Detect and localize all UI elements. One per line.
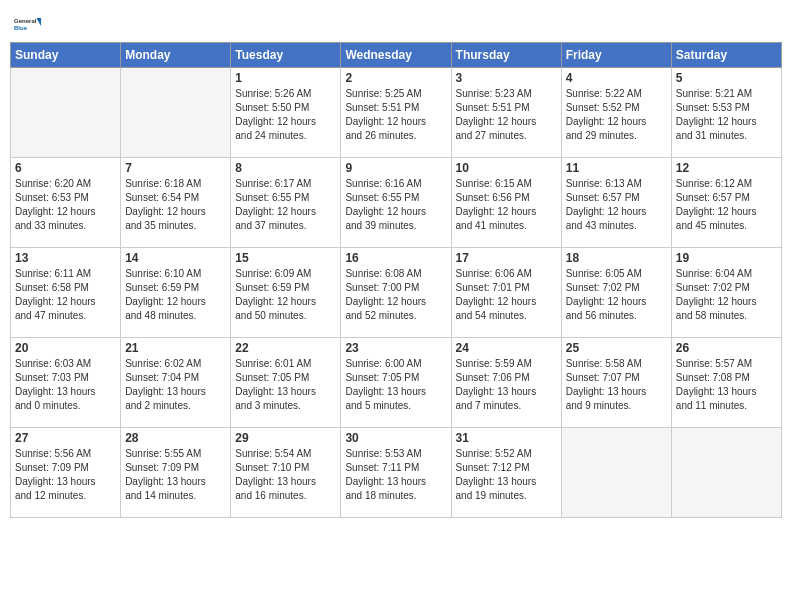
day-number: 10 xyxy=(456,161,557,175)
day-info: Sunrise: 6:00 AM Sunset: 7:05 PM Dayligh… xyxy=(345,357,446,413)
calendar-cell: 10Sunrise: 6:15 AM Sunset: 6:56 PM Dayli… xyxy=(451,158,561,248)
day-number: 13 xyxy=(15,251,116,265)
day-info: Sunrise: 5:52 AM Sunset: 7:12 PM Dayligh… xyxy=(456,447,557,503)
day-info: Sunrise: 5:25 AM Sunset: 5:51 PM Dayligh… xyxy=(345,87,446,143)
calendar-cell xyxy=(11,68,121,158)
calendar-cell: 11Sunrise: 6:13 AM Sunset: 6:57 PM Dayli… xyxy=(561,158,671,248)
calendar-cell: 9Sunrise: 6:16 AM Sunset: 6:55 PM Daylig… xyxy=(341,158,451,248)
calendar-cell: 6Sunrise: 6:20 AM Sunset: 6:53 PM Daylig… xyxy=(11,158,121,248)
calendar-cell: 12Sunrise: 6:12 AM Sunset: 6:57 PM Dayli… xyxy=(671,158,781,248)
calendar-cell: 15Sunrise: 6:09 AM Sunset: 6:59 PM Dayli… xyxy=(231,248,341,338)
calendar-cell: 14Sunrise: 6:10 AM Sunset: 6:59 PM Dayli… xyxy=(121,248,231,338)
calendar-cell: 4Sunrise: 5:22 AM Sunset: 5:52 PM Daylig… xyxy=(561,68,671,158)
day-number: 18 xyxy=(566,251,667,265)
svg-text:General: General xyxy=(14,18,37,24)
logo: GeneralBlue xyxy=(14,10,42,38)
calendar-cell: 21Sunrise: 6:02 AM Sunset: 7:04 PM Dayli… xyxy=(121,338,231,428)
day-info: Sunrise: 5:58 AM Sunset: 7:07 PM Dayligh… xyxy=(566,357,667,413)
day-info: Sunrise: 6:15 AM Sunset: 6:56 PM Dayligh… xyxy=(456,177,557,233)
calendar-week-1: 1Sunrise: 5:26 AM Sunset: 5:50 PM Daylig… xyxy=(11,68,782,158)
weekday-header-row: SundayMondayTuesdayWednesdayThursdayFrid… xyxy=(11,43,782,68)
calendar-cell: 7Sunrise: 6:18 AM Sunset: 6:54 PM Daylig… xyxy=(121,158,231,248)
weekday-header-thursday: Thursday xyxy=(451,43,561,68)
day-number: 9 xyxy=(345,161,446,175)
day-number: 17 xyxy=(456,251,557,265)
day-number: 5 xyxy=(676,71,777,85)
calendar-cell: 25Sunrise: 5:58 AM Sunset: 7:07 PM Dayli… xyxy=(561,338,671,428)
day-number: 31 xyxy=(456,431,557,445)
day-info: Sunrise: 6:11 AM Sunset: 6:58 PM Dayligh… xyxy=(15,267,116,323)
day-info: Sunrise: 5:55 AM Sunset: 7:09 PM Dayligh… xyxy=(125,447,226,503)
calendar-cell: 19Sunrise: 6:04 AM Sunset: 7:02 PM Dayli… xyxy=(671,248,781,338)
day-number: 6 xyxy=(15,161,116,175)
svg-text:Blue: Blue xyxy=(14,25,28,31)
calendar-cell: 27Sunrise: 5:56 AM Sunset: 7:09 PM Dayli… xyxy=(11,428,121,518)
day-number: 4 xyxy=(566,71,667,85)
calendar-cell xyxy=(561,428,671,518)
day-number: 21 xyxy=(125,341,226,355)
day-info: Sunrise: 6:13 AM Sunset: 6:57 PM Dayligh… xyxy=(566,177,667,233)
page-header: GeneralBlue xyxy=(10,10,782,38)
svg-marker-2 xyxy=(36,18,41,26)
calendar-cell: 31Sunrise: 5:52 AM Sunset: 7:12 PM Dayli… xyxy=(451,428,561,518)
day-info: Sunrise: 5:54 AM Sunset: 7:10 PM Dayligh… xyxy=(235,447,336,503)
day-number: 1 xyxy=(235,71,336,85)
weekday-header-tuesday: Tuesday xyxy=(231,43,341,68)
calendar-cell: 3Sunrise: 5:23 AM Sunset: 5:51 PM Daylig… xyxy=(451,68,561,158)
day-number: 29 xyxy=(235,431,336,445)
day-info: Sunrise: 6:12 AM Sunset: 6:57 PM Dayligh… xyxy=(676,177,777,233)
calendar-week-5: 27Sunrise: 5:56 AM Sunset: 7:09 PM Dayli… xyxy=(11,428,782,518)
day-number: 15 xyxy=(235,251,336,265)
day-info: Sunrise: 6:10 AM Sunset: 6:59 PM Dayligh… xyxy=(125,267,226,323)
calendar-cell: 24Sunrise: 5:59 AM Sunset: 7:06 PM Dayli… xyxy=(451,338,561,428)
calendar-cell: 26Sunrise: 5:57 AM Sunset: 7:08 PM Dayli… xyxy=(671,338,781,428)
calendar-week-3: 13Sunrise: 6:11 AM Sunset: 6:58 PM Dayli… xyxy=(11,248,782,338)
day-info: Sunrise: 6:03 AM Sunset: 7:03 PM Dayligh… xyxy=(15,357,116,413)
calendar-cell: 22Sunrise: 6:01 AM Sunset: 7:05 PM Dayli… xyxy=(231,338,341,428)
day-info: Sunrise: 6:02 AM Sunset: 7:04 PM Dayligh… xyxy=(125,357,226,413)
day-number: 8 xyxy=(235,161,336,175)
calendar-cell: 29Sunrise: 5:54 AM Sunset: 7:10 PM Dayli… xyxy=(231,428,341,518)
calendar-cell xyxy=(671,428,781,518)
calendar-cell: 13Sunrise: 6:11 AM Sunset: 6:58 PM Dayli… xyxy=(11,248,121,338)
day-number: 24 xyxy=(456,341,557,355)
day-number: 22 xyxy=(235,341,336,355)
day-number: 27 xyxy=(15,431,116,445)
day-number: 23 xyxy=(345,341,446,355)
day-info: Sunrise: 6:01 AM Sunset: 7:05 PM Dayligh… xyxy=(235,357,336,413)
calendar-table: SundayMondayTuesdayWednesdayThursdayFrid… xyxy=(10,42,782,518)
day-info: Sunrise: 5:23 AM Sunset: 5:51 PM Dayligh… xyxy=(456,87,557,143)
day-info: Sunrise: 5:59 AM Sunset: 7:06 PM Dayligh… xyxy=(456,357,557,413)
calendar-cell: 18Sunrise: 6:05 AM Sunset: 7:02 PM Dayli… xyxy=(561,248,671,338)
day-number: 26 xyxy=(676,341,777,355)
calendar-cell xyxy=(121,68,231,158)
day-info: Sunrise: 5:57 AM Sunset: 7:08 PM Dayligh… xyxy=(676,357,777,413)
calendar-cell: 1Sunrise: 5:26 AM Sunset: 5:50 PM Daylig… xyxy=(231,68,341,158)
calendar-week-2: 6Sunrise: 6:20 AM Sunset: 6:53 PM Daylig… xyxy=(11,158,782,248)
day-number: 3 xyxy=(456,71,557,85)
day-number: 2 xyxy=(345,71,446,85)
calendar-cell: 5Sunrise: 5:21 AM Sunset: 5:53 PM Daylig… xyxy=(671,68,781,158)
day-number: 20 xyxy=(15,341,116,355)
day-number: 11 xyxy=(566,161,667,175)
day-info: Sunrise: 6:05 AM Sunset: 7:02 PM Dayligh… xyxy=(566,267,667,323)
day-number: 25 xyxy=(566,341,667,355)
day-number: 19 xyxy=(676,251,777,265)
day-info: Sunrise: 6:17 AM Sunset: 6:55 PM Dayligh… xyxy=(235,177,336,233)
weekday-header-sunday: Sunday xyxy=(11,43,121,68)
day-info: Sunrise: 6:20 AM Sunset: 6:53 PM Dayligh… xyxy=(15,177,116,233)
day-info: Sunrise: 6:16 AM Sunset: 6:55 PM Dayligh… xyxy=(345,177,446,233)
calendar-week-4: 20Sunrise: 6:03 AM Sunset: 7:03 PM Dayli… xyxy=(11,338,782,428)
weekday-header-wednesday: Wednesday xyxy=(341,43,451,68)
day-number: 16 xyxy=(345,251,446,265)
day-info: Sunrise: 5:22 AM Sunset: 5:52 PM Dayligh… xyxy=(566,87,667,143)
calendar-body: 1Sunrise: 5:26 AM Sunset: 5:50 PM Daylig… xyxy=(11,68,782,518)
day-number: 12 xyxy=(676,161,777,175)
calendar-cell: 16Sunrise: 6:08 AM Sunset: 7:00 PM Dayli… xyxy=(341,248,451,338)
calendar-cell: 17Sunrise: 6:06 AM Sunset: 7:01 PM Dayli… xyxy=(451,248,561,338)
day-info: Sunrise: 5:21 AM Sunset: 5:53 PM Dayligh… xyxy=(676,87,777,143)
day-info: Sunrise: 5:53 AM Sunset: 7:11 PM Dayligh… xyxy=(345,447,446,503)
day-number: 7 xyxy=(125,161,226,175)
calendar-cell: 8Sunrise: 6:17 AM Sunset: 6:55 PM Daylig… xyxy=(231,158,341,248)
calendar-cell: 20Sunrise: 6:03 AM Sunset: 7:03 PM Dayli… xyxy=(11,338,121,428)
